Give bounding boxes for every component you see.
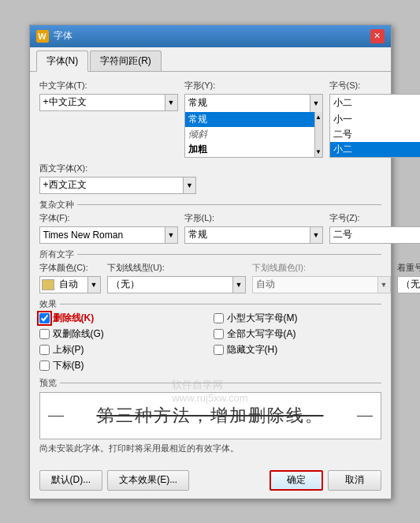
style-scroll-up[interactable]: ▲ [315, 114, 322, 121]
effect-small-caps: 小型大写字母(M) [214, 312, 381, 325]
font-color-arrow[interactable]: ▼ [87, 277, 100, 293]
preview-divider [60, 383, 381, 383]
close-button[interactable]: ✕ [370, 29, 385, 43]
style-item-regular[interactable]: 常规 [185, 112, 314, 127]
underline-color-input[interactable] [253, 277, 377, 293]
size-cn-group: 字号(S): ▼ 小一 二号 小二 ▲ ▼ [329, 80, 421, 158]
preview-info: 尚未安装此字体。打印时将采用最相近的有效字体。 [39, 443, 381, 454]
complex-font-combo[interactable]: ▼ [39, 226, 178, 244]
style-item-italic[interactable]: 倾斜 [185, 127, 314, 142]
style-scroll-down[interactable]: ▼ [315, 148, 322, 155]
underline-type-arrow[interactable]: ▼ [232, 277, 245, 293]
hidden-checkbox[interactable] [214, 345, 224, 355]
underline-type-field: 下划线线型(U): ▼ [107, 262, 246, 293]
font-color-combo[interactable]: ▼ [39, 276, 101, 293]
dialog-content: 中文字体(T): ▼ 字形(Y): ▼ 常规 倾斜 [30, 72, 391, 465]
complex-section-label: 复杂文种 [39, 199, 381, 211]
underline-color-arrow[interactable]: ▼ [377, 277, 390, 293]
tab-bar: 字体(N) 字符间距(R) [30, 47, 391, 72]
western-font-label: 西文字体(X): [39, 163, 196, 174]
size-item-2[interactable]: 二号 [330, 127, 421, 142]
section-divider [77, 204, 381, 205]
complex-style-field: 字形(L): ▼ [184, 212, 323, 244]
size-item-xiao2[interactable]: 小二 [330, 142, 421, 157]
western-font-arrow[interactable]: ▼ [183, 177, 195, 193]
superscript-label: 上标(P) [53, 343, 84, 357]
complex-font-input[interactable] [40, 227, 165, 243]
title-bar: W 字体 ✕ [30, 25, 391, 47]
font-color-input[interactable] [56, 277, 87, 293]
app-icon: W [36, 30, 49, 43]
complex-style-combo[interactable]: ▼ [184, 226, 323, 244]
all-caps-label: 全部大写字母(A) [227, 327, 296, 341]
size-cn-items: 小一 二号 小二 [330, 112, 421, 157]
chinese-font-input[interactable] [40, 95, 165, 110]
style-group: 字形(Y): ▼ 常规 倾斜 加粗 ▲ ▼ [184, 80, 323, 158]
strikethrough-checkbox[interactable] [39, 313, 50, 323]
tab-font[interactable]: 字体(N) [36, 50, 89, 72]
western-font-input[interactable] [40, 177, 183, 193]
preview-text: 第三种方法，增加删除线。 [97, 404, 324, 428]
complex-size-input[interactable] [330, 227, 421, 243]
tab-spacing[interactable]: 字符间距(R) [90, 50, 162, 71]
cancel-button[interactable]: 取消 [328, 470, 381, 491]
size-item-xiao1[interactable]: 小一 [330, 112, 421, 127]
hidden-label: 隐藏文字(H) [227, 343, 278, 357]
subscript-checkbox[interactable] [39, 360, 50, 371]
font-row1: 中文字体(T): ▼ 字形(Y): ▼ 常规 倾斜 [39, 80, 381, 158]
western-font-combo[interactable]: ▼ [39, 177, 196, 194]
western-font-group: 西文字体(X): ▼ [39, 163, 196, 194]
all-caps-checkbox[interactable] [214, 329, 224, 339]
emphasis-combo[interactable]: ▼ [397, 276, 421, 293]
strikethrough-label: 删除线(K) [53, 312, 95, 325]
style-arrow[interactable]: ▼ [310, 95, 322, 112]
style-input[interactable] [185, 95, 310, 112]
complex-size-label: 字号(Z): [329, 212, 421, 224]
all-text-section: 所有文字 字体颜色(C): ▼ 下划线线型(U): ▼ [39, 248, 381, 293]
complex-style-input[interactable] [185, 227, 310, 243]
size-cn-input[interactable] [330, 95, 421, 112]
style-item-bold[interactable]: 加粗 [185, 142, 314, 157]
preview-section-label: 预览 [39, 377, 381, 389]
effects-grid: 删除线(K) 小型大写字母(M) 双删除线(G) 全部大写字母(A) 上标(P) [39, 312, 381, 372]
underline-type-input[interactable] [108, 277, 232, 293]
subscript-label: 下标(B) [53, 359, 84, 372]
size-cn-label: 字号(S): [329, 80, 421, 92]
title-bar-left: W 字体 [36, 29, 72, 43]
font-color-field: 字体颜色(C): ▼ [39, 262, 101, 293]
underline-color-label: 下划线颜色(I): [252, 262, 391, 274]
chinese-font-arrow[interactable]: ▼ [165, 95, 177, 110]
underline-type-label: 下划线线型(U): [107, 262, 246, 274]
small-caps-checkbox[interactable] [214, 313, 224, 323]
effect-superscript: 上标(P) [39, 343, 207, 357]
preview-box: 第三种方法，增加删除线。 [39, 392, 381, 439]
style-scrollbar[interactable]: ▲ ▼ [314, 112, 322, 157]
color-swatch [42, 279, 54, 290]
complex-style-arrow[interactable]: ▼ [310, 227, 322, 243]
chinese-font-combo[interactable]: ▼ [39, 94, 178, 111]
footer-left: 默认(D)... 文本效果(E)... [39, 470, 190, 491]
preview-line-right [357, 416, 373, 417]
underline-type-combo[interactable]: ▼ [107, 276, 246, 293]
underline-color-combo[interactable]: ▼ [252, 276, 391, 293]
size-cn-combo[interactable]: ▼ [330, 95, 421, 112]
emphasis-input[interactable] [398, 277, 421, 293]
text-effects-button[interactable]: 文本效果(E)... [107, 470, 189, 491]
ok-button[interactable]: 确定 [269, 470, 323, 491]
complex-style-label: 字形(L): [184, 212, 323, 224]
effect-all-caps: 全部大写字母(A) [214, 327, 381, 341]
chinese-font-label: 中文字体(T): [39, 80, 178, 92]
complex-font-arrow[interactable]: ▼ [165, 227, 177, 243]
style-combo[interactable]: ▼ [185, 95, 322, 112]
double-strikethrough-checkbox[interactable] [39, 329, 50, 339]
superscript-checkbox[interactable] [39, 345, 50, 355]
font-color-label: 字体颜色(C): [39, 262, 101, 274]
effect-subscript: 下标(B) [39, 359, 207, 372]
effect-hidden: 隐藏文字(H) [214, 343, 381, 357]
effects-section-label: 效果 [39, 298, 381, 310]
preview-line-left [48, 416, 64, 417]
font-dialog: W 字体 ✕ 字体(N) 字符间距(R) 中文字体(T): ▼ 字形(Y): [29, 24, 392, 499]
complex-size-combo[interactable]: ▼ [329, 226, 421, 244]
size-cn-list: 小一 二号 小二 ▲ ▼ [330, 112, 421, 157]
default-button[interactable]: 默认(D)... [39, 470, 103, 491]
